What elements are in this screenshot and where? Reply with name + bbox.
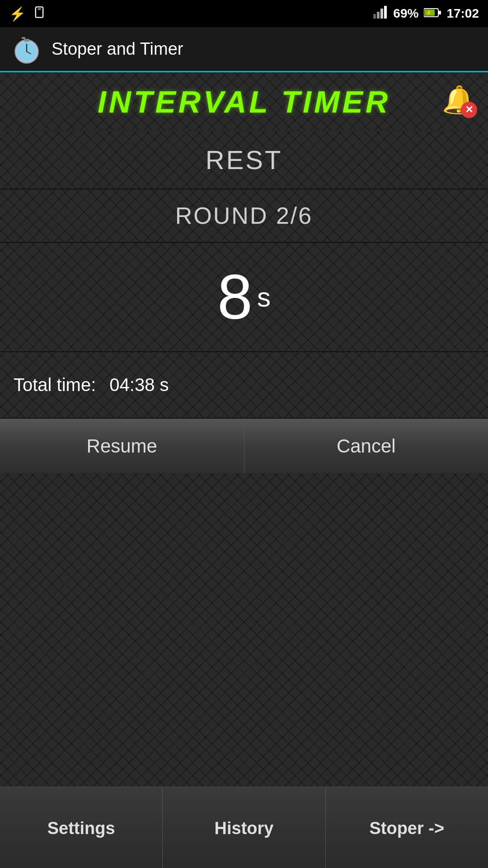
phone-icon [33, 6, 46, 22]
control-buttons: Resume Cancel [0, 419, 488, 473]
svg-rect-3 [377, 12, 380, 19]
interval-header: INTERVAL TIMER 🔔 ✕ [0, 72, 488, 131]
empty-area [0, 473, 488, 787]
app-logo [11, 33, 42, 65]
timer-value: 8 [217, 265, 253, 329]
close-notification-button[interactable]: ✕ [461, 102, 477, 118]
round-label: ROUND 2/6 [175, 202, 313, 229]
rest-label: REST [206, 145, 283, 175]
rest-section: REST [0, 131, 488, 189]
bottom-nav: Settings History Stoper -> [0, 787, 488, 868]
svg-rect-15 [22, 37, 25, 39]
total-time-section: Total time: 04:38 s [0, 352, 488, 419]
settings-nav-button[interactable]: Settings [0, 788, 163, 868]
cancel-button[interactable]: Cancel [244, 419, 488, 473]
round-section: ROUND 2/6 [0, 189, 488, 243]
interval-title: INTERVAL TIMER [98, 84, 390, 119]
status-right-info: 69% ⚡ 17:02 [373, 6, 479, 22]
timer-unit: s [257, 282, 271, 313]
svg-rect-4 [380, 9, 383, 19]
svg-rect-5 [384, 6, 387, 19]
total-time-value: 04:38 s [109, 375, 169, 395]
svg-rect-0 [36, 7, 43, 17]
svg-rect-9 [439, 11, 441, 14]
total-time-label: Total time: [14, 375, 96, 395]
stoper-nav-button[interactable]: Stoper -> [326, 788, 488, 868]
battery-percent: 69% [393, 6, 418, 21]
svg-rect-2 [373, 14, 376, 19]
svg-text:⚡: ⚡ [426, 9, 432, 16]
app-title: Stoper and Timer [52, 39, 183, 59]
app-header: Stoper and Timer [0, 27, 488, 72]
svg-rect-14 [24, 39, 29, 42]
status-left-icons: ⚡ [9, 6, 46, 22]
status-bar: ⚡ 69% ⚡ 17:02 [0, 0, 488, 27]
notification-area[interactable]: 🔔 ✕ [438, 79, 479, 120]
signal-icon [373, 6, 388, 22]
timer-section: 8 s [0, 243, 488, 352]
history-nav-button[interactable]: History [163, 788, 325, 868]
battery-icon: ⚡ [424, 6, 441, 21]
usb-icon: ⚡ [9, 6, 26, 22]
resume-button[interactable]: Resume [0, 419, 244, 473]
clock-time: 17:02 [446, 6, 479, 21]
